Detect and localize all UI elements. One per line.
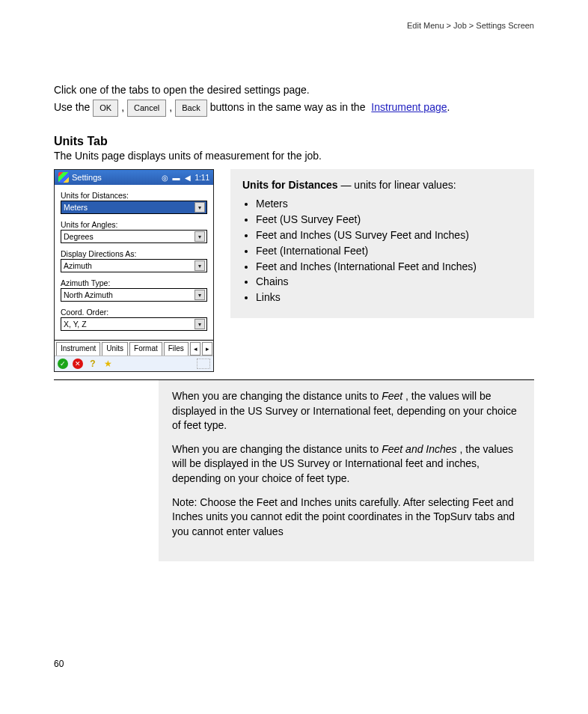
- help-icon[interactable]: ?: [88, 358, 98, 369]
- list-item: Chains: [256, 275, 522, 289]
- units-distance-description: Units for Distances — units for linear v…: [230, 169, 534, 318]
- device-title: Settings: [72, 173, 102, 182]
- dropdown-value-angles: Degrees: [64, 232, 94, 241]
- intro-text-prefix: Use the: [54, 99, 90, 117]
- dropdown-azimuth-type[interactable]: North Azimuth ▾: [61, 288, 207, 302]
- units-distances-desc: — units for linear values:: [338, 179, 456, 191]
- favorite-icon[interactable]: ★: [102, 358, 113, 369]
- dropdown-coord-order[interactable]: X, Y, Z ▾: [61, 317, 207, 331]
- section-subtitle: The Units page displays units of measure…: [54, 150, 534, 162]
- tab-scroll-left[interactable]: ◂: [190, 342, 200, 356]
- tab-instrument[interactable]: Instrument: [56, 342, 100, 356]
- back-button-ref: Back: [175, 100, 206, 117]
- keyboard-icon[interactable]: [197, 358, 210, 369]
- feet-para2-a: When you are changing the distance units…: [172, 443, 382, 455]
- chevron-down-icon: ▾: [195, 231, 205, 242]
- ok-icon[interactable]: ✓: [58, 358, 68, 369]
- feet-para1-b: Feet: [382, 390, 402, 402]
- device-iconbar: ✓ ✕ ? ★: [55, 356, 213, 371]
- device-titlebar: Settings ◎ ▬ ◀ 1:11: [55, 170, 213, 185]
- tab-format[interactable]: Format: [129, 342, 162, 356]
- list-item: Feet (International Feet): [256, 244, 522, 258]
- intro-text-mid: buttons in the same way as in the: [210, 99, 366, 117]
- dropdown-display-directions[interactable]: Azimuth ▾: [61, 259, 207, 272]
- label-units-angles: Units for Angles:: [61, 220, 207, 229]
- section-heading-units: Units Tab: [54, 135, 534, 148]
- device-tabs: Instrument Units Format Files ◂ ▸: [55, 340, 213, 356]
- ok-button-ref: OK: [93, 100, 118, 117]
- chevron-down-icon: ▾: [195, 319, 205, 329]
- cancel-icon[interactable]: ✕: [73, 358, 83, 369]
- label-azimuth-type: Azimuth Type:: [61, 278, 207, 287]
- feet-note: Note: Choose the Feet and Inches units c…: [172, 495, 521, 540]
- windows-flag-icon: [58, 172, 69, 183]
- dropdown-value-azimuth: North Azimuth: [64, 290, 113, 299]
- list-item: Links: [256, 290, 522, 305]
- intro-text-suffix: .: [447, 99, 450, 117]
- label-coord-order: Coord. Order:: [61, 308, 207, 317]
- chevron-down-icon: ▾: [195, 202, 205, 213]
- tab-scroll-right[interactable]: ▸: [202, 342, 212, 356]
- dropdown-value-directions: Azimuth: [64, 261, 92, 270]
- tab-units[interactable]: Units: [102, 342, 128, 356]
- units-distances-term: Units for Distances: [242, 179, 338, 191]
- list-item: Feet and Inches (US Survey Feet and Inch…: [256, 228, 522, 242]
- signal-icon: ▬: [173, 174, 180, 182]
- feet-para2-b: Feet and Inches: [382, 443, 456, 455]
- intro-line-2: Use the OK , Cancel , Back buttons in th…: [54, 99, 534, 117]
- device-screenshot: Settings ◎ ▬ ◀ 1:11 Units for Distances:…: [54, 169, 214, 372]
- speaker-icon: ◀: [185, 174, 191, 182]
- cancel-button-ref: Cancel: [127, 100, 166, 117]
- feet-para1-a: When you are changing the distance units…: [172, 390, 382, 402]
- distance-units-list: Meters Feet (US Survey Feet) Feet and In…: [256, 197, 522, 305]
- feet-explanation-box: When you are changing the distance units…: [159, 380, 534, 561]
- list-item: Feet (US Survey Feet): [256, 213, 522, 227]
- dropdown-value-coord: X, Y, Z: [64, 320, 87, 329]
- chevron-down-icon: ▾: [195, 260, 205, 271]
- intro-line-1: Click one of the tabs to open the desire…: [54, 82, 534, 97]
- label-units-distances: Units for Distances:: [61, 191, 207, 200]
- page-number: 60: [54, 659, 534, 669]
- label-display-directions: Display Directions As:: [61, 249, 207, 258]
- tab-files[interactable]: Files: [164, 342, 189, 356]
- chevron-down-icon: ▾: [195, 290, 205, 300]
- clock-text: 1:11: [195, 174, 209, 182]
- list-item: Feet and Inches (International Feet and …: [256, 260, 522, 274]
- dropdown-units-distances[interactable]: Meters ▾: [61, 201, 207, 214]
- instrument-page-link[interactable]: Instrument page: [371, 99, 447, 117]
- list-item: Meters: [256, 197, 522, 211]
- connectivity-icon: ◎: [162, 174, 168, 182]
- dropdown-units-angles[interactable]: Degrees ▾: [61, 230, 207, 243]
- dropdown-value-distances: Meters: [64, 203, 88, 212]
- header-breadcrumb: Edit Menu > Job > Settings Screen: [54, 21, 534, 30]
